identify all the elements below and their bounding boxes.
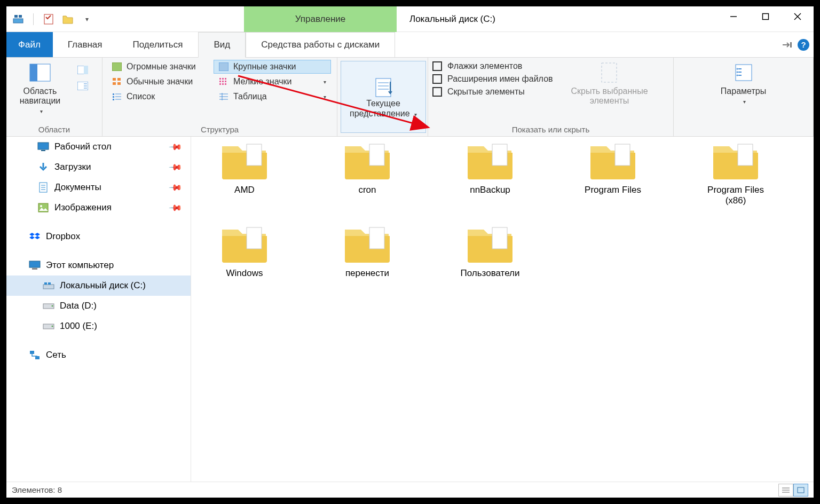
svg-rect-64 xyxy=(48,282,51,285)
svg-rect-61 xyxy=(32,268,37,270)
svg-rect-35 xyxy=(219,83,221,85)
svg-point-50 xyxy=(736,75,738,76)
svg-rect-23 xyxy=(113,96,114,98)
this-pc-icon xyxy=(29,259,41,271)
status-bar: Элементов: 8 xyxy=(6,482,814,498)
folder-item[interactable]: Program Files (x86) xyxy=(698,139,773,206)
view-details-button[interactable] xyxy=(778,484,793,497)
tab-main[interactable]: Главная xyxy=(53,32,118,57)
folder-item[interactable]: AMD xyxy=(207,139,282,206)
sidebar-item-drive-c[interactable]: Локальный диск (C:) xyxy=(6,275,191,296)
pictures-icon xyxy=(37,202,49,214)
folder-item[interactable]: Пользователи xyxy=(453,222,527,279)
svg-rect-33 xyxy=(222,81,224,82)
svg-rect-53 xyxy=(41,150,45,151)
svg-rect-30 xyxy=(222,78,224,80)
maximize-button[interactable] xyxy=(750,6,782,27)
folder-label: AMD xyxy=(234,185,255,195)
svg-point-59 xyxy=(40,205,42,207)
folder-icon xyxy=(342,222,393,265)
file-extensions-toggle[interactable]: Расширения имен файлов xyxy=(432,73,553,85)
svg-rect-34 xyxy=(225,81,226,82)
documents-icon xyxy=(37,182,49,193)
tab-view[interactable]: Вид xyxy=(198,32,246,58)
folder-icon xyxy=(464,139,516,182)
help-icon[interactable]: ? xyxy=(798,39,809,51)
folder-icon xyxy=(219,139,270,182)
sidebar-item-pictures[interactable]: Изображения📌 xyxy=(6,198,191,218)
layout-large[interactable]: Крупные значки xyxy=(214,60,331,74)
svg-rect-69 xyxy=(30,351,34,354)
sidebar-item-documents[interactable]: Документы📌 xyxy=(6,177,191,198)
layout-list[interactable]: Список xyxy=(107,90,214,104)
preview-pane-button[interactable] xyxy=(73,63,93,77)
qat-dropdown-icon[interactable]: ▾ xyxy=(81,13,93,26)
item-count: Элементов: 8 xyxy=(12,485,62,494)
folder-item[interactable]: Program Files xyxy=(575,139,650,206)
layout-medium[interactable]: Обычные значки xyxy=(107,75,214,89)
tab-share[interactable]: Поделиться xyxy=(118,32,199,57)
hide-selected-button: Скрыть выбранные элементы xyxy=(562,60,658,106)
view-large-icons-button[interactable] xyxy=(793,484,808,497)
tab-drive-tools[interactable]: Средства работы с дисками xyxy=(246,32,395,57)
svg-rect-52 xyxy=(38,143,49,149)
folder-item[interactable]: Windows xyxy=(207,222,282,279)
sidebar-item-dropbox[interactable]: Dropbox xyxy=(6,226,191,247)
folder-icon xyxy=(219,222,270,265)
desktop-icon xyxy=(37,141,49,153)
folder-icon xyxy=(464,222,516,265)
folder-item[interactable]: cron xyxy=(330,139,405,206)
folder-label: Program Files (x86) xyxy=(698,185,773,206)
folder-item[interactable]: перенести xyxy=(330,222,405,279)
navigation-pane: Рабочий стол📌 Загрузки📌 Документы📌 Изобр… xyxy=(6,137,191,482)
svg-rect-70 xyxy=(35,356,40,359)
svg-rect-46 xyxy=(602,63,617,82)
folder-label: nnBackup xyxy=(470,185,510,195)
folder-item[interactable]: nnBackup xyxy=(453,139,527,206)
svg-rect-62 xyxy=(43,285,54,289)
svg-rect-31 xyxy=(225,78,226,80)
properties-icon[interactable] xyxy=(42,13,55,26)
layout-details[interactable]: Таблица▾ xyxy=(214,90,331,104)
options-button[interactable]: Параметры▾ xyxy=(714,60,773,106)
sidebar-item-desktop[interactable]: Рабочий стол📌 xyxy=(6,137,191,157)
svg-point-66 xyxy=(52,305,53,307)
sidebar-item-this-pc[interactable]: Этот компьютер xyxy=(6,255,191,275)
network-icon xyxy=(29,349,41,361)
svg-point-68 xyxy=(52,326,53,327)
svg-rect-22 xyxy=(113,93,114,95)
item-checkboxes-toggle[interactable]: Флажки элементов xyxy=(432,60,553,73)
contextual-tab-group: Управление xyxy=(244,6,397,32)
svg-rect-28 xyxy=(219,62,228,71)
navigation-pane-button[interactable]: Область навигации▾ xyxy=(11,60,69,114)
folder-icon xyxy=(587,139,638,182)
sidebar-item-downloads[interactable]: Загрузки📌 xyxy=(6,157,191,177)
layout-small[interactable]: Мелкие значки▾ xyxy=(214,75,331,89)
sidebar-item-network[interactable]: Сеть xyxy=(6,345,191,365)
window-title: Локальный диск (C:) xyxy=(409,6,495,32)
tab-file[interactable]: Файл xyxy=(6,32,53,57)
options-icon xyxy=(732,61,755,84)
svg-rect-19 xyxy=(117,78,121,81)
svg-point-48 xyxy=(736,68,738,70)
sidebar-item-drive-d[interactable]: Data (D:) xyxy=(6,296,191,316)
folder-label: cron xyxy=(358,185,376,195)
hidden-items-toggle[interactable]: Скрытые элементы xyxy=(432,85,553,98)
current-view-icon xyxy=(373,76,394,99)
layout-group-label: Структура xyxy=(107,125,333,135)
close-button[interactable] xyxy=(782,6,814,27)
svg-rect-63 xyxy=(44,282,47,285)
details-pane-button[interactable] xyxy=(73,79,93,93)
current-view-button[interactable]: Текущее представление ▾ xyxy=(341,61,426,133)
folder-label: Program Files xyxy=(585,185,641,195)
downloads-icon xyxy=(37,161,49,173)
dropbox-icon xyxy=(29,231,41,242)
svg-rect-17 xyxy=(112,62,122,71)
sidebar-item-drive-e[interactable]: 1000 (E:) xyxy=(6,316,191,336)
layout-extra-large[interactable]: Огромные значки xyxy=(107,60,214,74)
content-pane[interactable]: AMDcronnnBackupProgram FilesProgram File… xyxy=(191,137,814,482)
new-folder-icon[interactable] xyxy=(61,13,74,26)
folder-icon xyxy=(342,139,393,182)
minimize-ribbon-icon[interactable] xyxy=(782,41,792,49)
minimize-button[interactable] xyxy=(718,6,750,27)
